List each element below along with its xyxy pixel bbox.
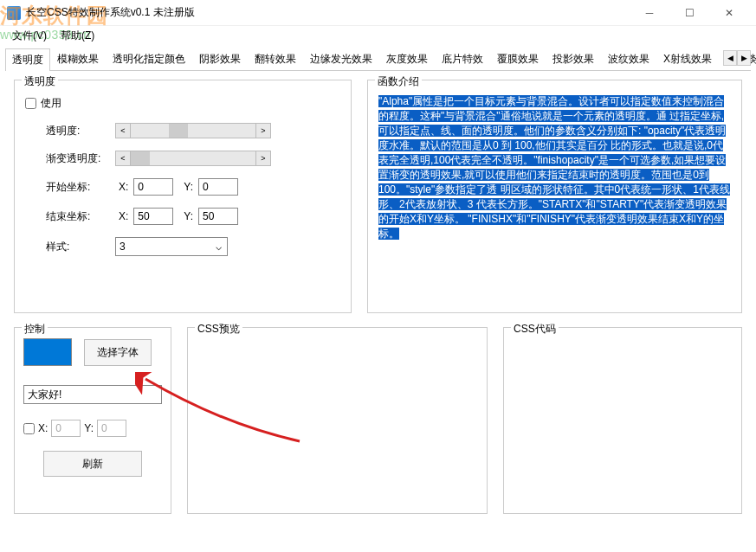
- tab-glow[interactable]: 边缘发光效果: [303, 48, 379, 70]
- code-legend: CSS代码: [511, 322, 559, 337]
- select-font-button[interactable]: 选择字体: [84, 339, 152, 366]
- x-label: X:: [38, 422, 48, 434]
- tab-xray[interactable]: X射线效果: [656, 48, 719, 70]
- menubar: 文件(V) 帮助(Z): [0, 26, 756, 45]
- window-title: 长空CSS特效制作系统v0.1 未注册版: [26, 5, 630, 20]
- slider-left-icon[interactable]: <: [115, 151, 131, 166]
- y-input[interactable]: [97, 420, 126, 437]
- tab-opacity[interactable]: 透明度: [5, 48, 50, 71]
- chevron-down-icon: ⌵: [211, 241, 225, 253]
- style-value: 3: [120, 241, 126, 253]
- tab-flip[interactable]: 翻转效果: [248, 48, 303, 70]
- style-combobox[interactable]: 3 ⌵: [115, 237, 228, 256]
- start-y-input[interactable]: [198, 178, 238, 196]
- opacity-legend: 透明度: [22, 74, 58, 89]
- tab-invert[interactable]: 底片特效: [435, 48, 490, 70]
- use-label: 使用: [41, 96, 61, 111]
- end-y-input[interactable]: [198, 208, 238, 225]
- sample-text-input[interactable]: [23, 385, 162, 404]
- opacity-label: 透明度:: [46, 124, 115, 138]
- close-button[interactable]: ✕: [709, 1, 749, 25]
- tab-scroll-left[interactable]: ◀: [723, 50, 737, 66]
- css-code-groupbox: CSS代码: [503, 327, 742, 514]
- xy-checkbox[interactable]: [23, 423, 35, 434]
- slider-right-icon[interactable]: >: [255, 123, 271, 138]
- tab-dropshadow[interactable]: 投影效果: [546, 48, 601, 70]
- end-coord-label: 结束坐标:: [46, 209, 115, 224]
- opacity-groupbox: 透明度 使用 透明度: < > 渐变透明度: < > 开始坐标: X: Y: [14, 80, 352, 313]
- end-x-input[interactable]: [133, 208, 173, 225]
- style-label: 样式:: [46, 240, 115, 254]
- preview-legend: CSS预览: [195, 322, 242, 337]
- tab-blur[interactable]: 模糊效果: [50, 48, 106, 70]
- function-groupbox: 函数介绍 "Alpha"属性是把一个目标元素与背景混合。设计者可以指定数值来控制…: [367, 80, 742, 313]
- maximize-button[interactable]: ☐: [669, 1, 709, 25]
- tabbar: 透明度 模糊效果 透明化指定颜色 阴影效果 翻转效果 边缘发光效果 灰度效果 底…: [5, 50, 751, 71]
- function-legend: 函数介绍: [375, 74, 422, 89]
- y-label: Y:: [184, 210, 193, 222]
- menu-help[interactable]: 帮助(Z): [54, 27, 101, 45]
- x-label: X:: [119, 210, 128, 222]
- use-checkbox[interactable]: [25, 98, 36, 109]
- color-swatch[interactable]: [23, 338, 72, 366]
- tab-scroll-right[interactable]: ▶: [737, 50, 751, 66]
- function-description[interactable]: "Alpha"属性是把一个目标元素与背景混合。设计者可以指定数值来控制混合的程度…: [378, 94, 731, 302]
- gradient-slider[interactable]: < >: [115, 151, 271, 166]
- function-text: "Alpha"属性是把一个目标元素与背景混合。设计者可以指定数值来控制混合的程度…: [378, 95, 730, 240]
- x-input[interactable]: [51, 420, 81, 437]
- tab-chroma[interactable]: 透明化指定颜色: [106, 48, 192, 70]
- refresh-button[interactable]: 刷新: [43, 451, 142, 477]
- titlebar: 长空CSS特效制作系统v0.1 未注册版 ─ ☐ ✕: [0, 0, 756, 26]
- y-label: Y:: [184, 181, 193, 193]
- x-label: X:: [119, 181, 128, 193]
- tab-wave[interactable]: 波纹效果: [601, 48, 656, 70]
- tab-gray[interactable]: 灰度效果: [379, 48, 435, 70]
- tab-mask[interactable]: 覆膜效果: [490, 48, 546, 70]
- slider-right-icon[interactable]: >: [255, 151, 271, 166]
- app-icon: [7, 6, 21, 20]
- start-x-input[interactable]: [133, 178, 173, 196]
- opacity-slider[interactable]: < >: [115, 123, 271, 138]
- slider-left-icon[interactable]: <: [115, 123, 131, 138]
- menu-file[interactable]: 文件(V): [5, 27, 54, 45]
- control-legend: 控制: [22, 322, 48, 337]
- control-groupbox: 控制 选择字体 X: Y: 刷新: [14, 327, 171, 514]
- y-label: Y:: [84, 422, 94, 434]
- tab-shadow[interactable]: 阴影效果: [192, 48, 248, 70]
- minimize-button[interactable]: ─: [630, 1, 669, 25]
- css-preview-groupbox: CSS预览: [187, 327, 488, 514]
- gradient-label: 渐变透明度:: [46, 151, 115, 166]
- start-coord-label: 开始坐标:: [46, 180, 115, 195]
